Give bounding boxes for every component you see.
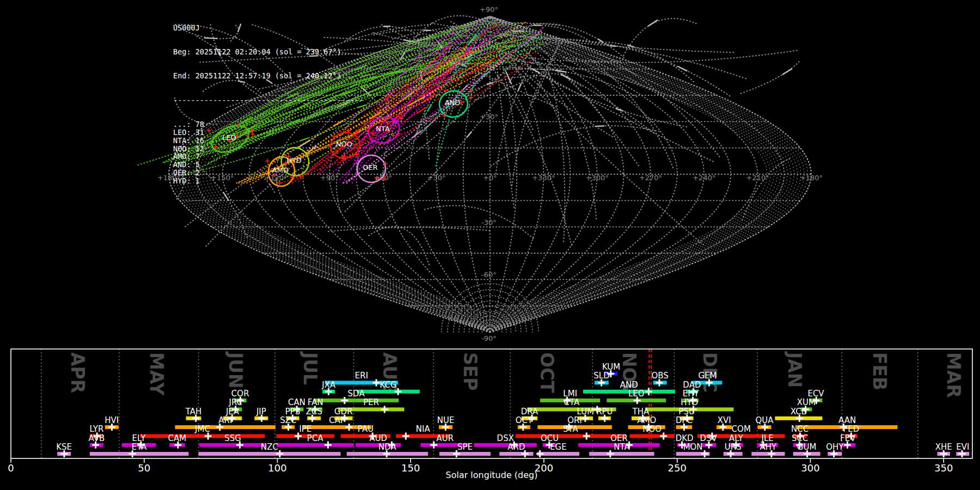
month-label-MAR: MAR xyxy=(943,352,964,398)
month-label-MAY: MAY xyxy=(146,352,167,396)
activity-bar-label-AUR: AUR xyxy=(437,433,454,443)
activity-bar-label-DRA: DRA xyxy=(521,407,538,416)
activity-bar-label-COM: COM xyxy=(732,424,751,434)
observation-end: End: 20251122 12:57:19 (sol = 240.12°) xyxy=(173,72,364,80)
activity-timeline: APRMAYJUNJULAUGSEPOCTNOVDECJANFEBMARKUME… xyxy=(8,349,972,474)
sky-label-lon: +240° xyxy=(693,174,715,182)
shower-count-NTA: NTA: 16 xyxy=(173,137,364,145)
shower-count-LEO: LEO: 31 xyxy=(173,128,364,137)
activity-bar-label-OER: OER xyxy=(610,433,628,443)
activity-bar-DSX xyxy=(474,443,537,447)
activity-bar-label-SSG: SSG xyxy=(224,433,241,443)
activity-bar-EGE xyxy=(537,452,579,456)
activity-bar-label-THA: THA xyxy=(632,407,650,416)
activity-bar-label-STA: STA xyxy=(563,424,579,434)
activity-bar-IPE xyxy=(277,434,335,438)
activity-bar-PCA xyxy=(277,443,354,447)
month-label-JUL: JUL xyxy=(299,351,321,385)
month-label-FEB: FEB xyxy=(869,352,890,390)
activity-bar-label-CAP: CAP xyxy=(329,415,345,425)
activity-bar-KCG xyxy=(357,390,420,394)
x-axis-title: Solar longitude (deg) xyxy=(446,470,538,480)
sky-label-lat: -60° xyxy=(481,271,497,279)
activity-bar-label-GEM: GEM xyxy=(699,371,717,381)
x-tick-label-350: 350 xyxy=(934,462,953,474)
activity-bar-NZC xyxy=(199,452,341,456)
sky-label-lon: +0° xyxy=(483,174,497,182)
activity-bar-label-AMO: AMO xyxy=(637,415,656,425)
shower-label-OER: OER xyxy=(363,163,377,171)
activity-bar-label-NTA: NTA xyxy=(614,442,630,452)
activity-bar-label-EGE: EGE xyxy=(550,442,567,452)
activity-bar-label-AAN: AAN xyxy=(838,415,856,425)
activity-bar-label-PER: PER xyxy=(363,397,379,407)
month-label-SEP: SEP xyxy=(460,352,481,391)
activity-bar-label-PCA: PCA xyxy=(307,433,324,443)
sky-label-lat: +30° xyxy=(480,113,498,121)
activity-bar-label-GDR: GDR xyxy=(334,407,353,416)
activity-bar-STA xyxy=(516,434,626,438)
month-label-APR: APR xyxy=(67,352,88,393)
month-label-JUN: JUN xyxy=(225,351,246,389)
x-tick-label-250: 250 xyxy=(668,462,687,474)
activity-bar-label-URS: URS xyxy=(725,442,742,452)
shower-count-OER: OER: 2 xyxy=(173,169,364,177)
month-label-OCT: OCT xyxy=(536,352,558,393)
activity-bar-SPE xyxy=(439,452,491,456)
activity-bar-label-DAD: DAD xyxy=(683,380,701,390)
activity-bar-label-AHY: AHY xyxy=(760,442,777,452)
meteor-radiant-screen: +90°-90°+60°+30°-30°-60°+180°+150°+120°+… xyxy=(0,0,980,490)
legend-separator: ----------------------------------------… xyxy=(173,96,364,105)
shower-count-NOO: NOO: 12 xyxy=(173,145,364,153)
activity-bar-label-ARD: ARD xyxy=(507,442,525,452)
activity-bar-label-ERI: ERI xyxy=(355,371,368,381)
activity-bar-label-DKD: DKD xyxy=(676,433,694,443)
shower-label-NTA: NTA xyxy=(376,125,390,133)
shower-label-AND: AND xyxy=(445,99,461,107)
plot-canvas: +90°-90°+60°+30°-30°-60°+180°+150°+120°+… xyxy=(0,0,980,490)
activity-bar-label-HYD: HYD xyxy=(681,397,698,407)
activity-bar-label-NZC: NZC xyxy=(261,442,278,452)
activity-bar-label-SDA: SDA xyxy=(348,389,365,399)
shower-count-sporadic: ...: 78 xyxy=(173,120,364,128)
activity-bar-label-NOO: NOO xyxy=(642,424,661,434)
sky-label-lon: +180° xyxy=(800,174,823,182)
x-tick-label-300: 300 xyxy=(801,462,819,474)
activity-bar-ARI xyxy=(175,425,276,429)
activity-bar-label-DSX: DSX xyxy=(497,433,514,443)
activity-bar-label-OHY: OHY xyxy=(826,442,844,452)
activity-bar-label-OCT: OCT xyxy=(516,415,533,425)
activity-bar-label-NIA: NIA xyxy=(416,424,431,434)
activity-bar-label-NDA: NDA xyxy=(378,442,397,452)
month-label-JAN: JAN xyxy=(784,351,805,388)
activity-bar-label-EHY: EHY xyxy=(683,389,700,399)
activity-bar-JMC xyxy=(140,434,265,438)
activity-bar-label-KCG: KCG xyxy=(380,380,397,390)
activity-bar-label-ELY: ELY xyxy=(132,433,146,443)
sky-label-lat-m90: -90° xyxy=(481,334,497,342)
activity-bar-label-CTA: CTA xyxy=(564,397,580,407)
current-sol-line xyxy=(649,349,651,458)
activity-bar-label-SPE: SPE xyxy=(457,442,473,452)
activity-bar-label-AND: AND xyxy=(620,380,638,390)
sky-label-lon: +210° xyxy=(746,174,769,182)
activity-bar-label-PAU: PAU xyxy=(358,424,373,434)
x-tick-label-50: 50 xyxy=(138,462,150,474)
activity-bar-label-IPE: IPE xyxy=(299,424,311,434)
activity-bar-label-TAH: TAH xyxy=(185,407,202,416)
shower-count-AMO: AMO: 7 xyxy=(173,152,364,161)
activity-bar-label-LMI: LMI xyxy=(563,389,577,399)
x-tick-label-100: 100 xyxy=(268,462,286,474)
sky-label-lat: -30° xyxy=(481,218,497,226)
shower-count-AND: AND: 5 xyxy=(173,161,364,169)
activity-bar-label-ETA: ETA xyxy=(132,442,147,452)
sky-label-lon: +270° xyxy=(639,174,662,182)
activity-bar-SDA xyxy=(314,399,399,402)
activity-bar-label-MON: MON xyxy=(683,442,703,452)
activity-bar-label-XVI: XVI xyxy=(718,415,731,425)
sky-label-lon: +330° xyxy=(532,174,555,182)
sky-label-lat-p90: +90° xyxy=(480,5,498,14)
shower-count-HYD: HYD: 1 xyxy=(173,177,364,185)
observation-beg: Beg: 20251122 02:20:04 (sol = 239.67°) xyxy=(173,48,364,56)
station-id: US000J xyxy=(173,24,364,32)
